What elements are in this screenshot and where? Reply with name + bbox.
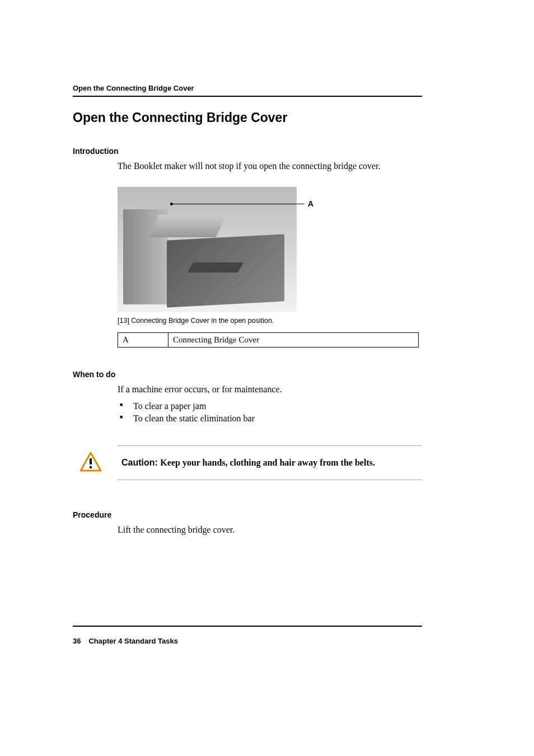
legend-key: A: [118, 333, 168, 348]
intro-body: The Booklet maker will not stop if you o…: [118, 161, 422, 171]
page-number: 36: [73, 637, 81, 645]
machine-illustration: [123, 209, 285, 304]
figure-image: [118, 187, 297, 312]
header-rule: [73, 96, 422, 97]
caution-label: Caution:: [121, 458, 160, 467]
warning-icon: [79, 452, 105, 474]
legend-value: Connecting Bridge Cover: [168, 333, 419, 348]
when-to-do-body: If a machine error occurs, or for mainte…: [118, 384, 422, 395]
callout-label: A: [308, 199, 313, 208]
running-header: Open the Connecting Bridge Cover: [73, 84, 422, 92]
list-item: To clear a paper jam: [118, 400, 422, 412]
caution-message: Keep your hands, clothing and hair away …: [160, 458, 375, 467]
caution-row: Caution: Keep your hands, clothing and h…: [73, 446, 422, 480]
intro-heading: Introduction: [73, 147, 422, 156]
caution-text: Caution: Keep your hands, clothing and h…: [121, 458, 375, 468]
callout-line: [171, 204, 305, 204]
when-to-do-heading: When to do: [73, 370, 422, 379]
caution-block: Caution: Keep your hands, clothing and h…: [73, 445, 422, 480]
procedure-body: Lift the connecting bridge cover.: [118, 525, 422, 535]
footer-rule: [73, 626, 422, 627]
table-row: A Connecting Bridge Cover: [118, 333, 419, 348]
list-item: To clean the static elimination bar: [118, 412, 422, 425]
page-footer: 36Chapter 4 Standard Tasks: [73, 626, 422, 645]
svg-rect-1: [90, 458, 92, 464]
page-content: Open the Connecting Bridge Cover Open th…: [0, 0, 534, 756]
svg-point-2: [90, 466, 92, 469]
footer-text: 36Chapter 4 Standard Tasks: [73, 637, 422, 645]
when-to-do-list: To clear a paper jam To clean the static…: [118, 400, 422, 424]
chapter-label: Chapter 4 Standard Tasks: [88, 637, 177, 645]
legend-table: A Connecting Bridge Cover: [118, 332, 419, 348]
figure-container: A: [118, 187, 369, 312]
figure-caption: [13] Connecting Bridge Cover in the open…: [118, 317, 422, 325]
caution-rule-bottom: [118, 480, 422, 480]
procedure-heading: Procedure: [73, 510, 422, 519]
page-title: Open the Connecting Bridge Cover: [73, 110, 422, 125]
